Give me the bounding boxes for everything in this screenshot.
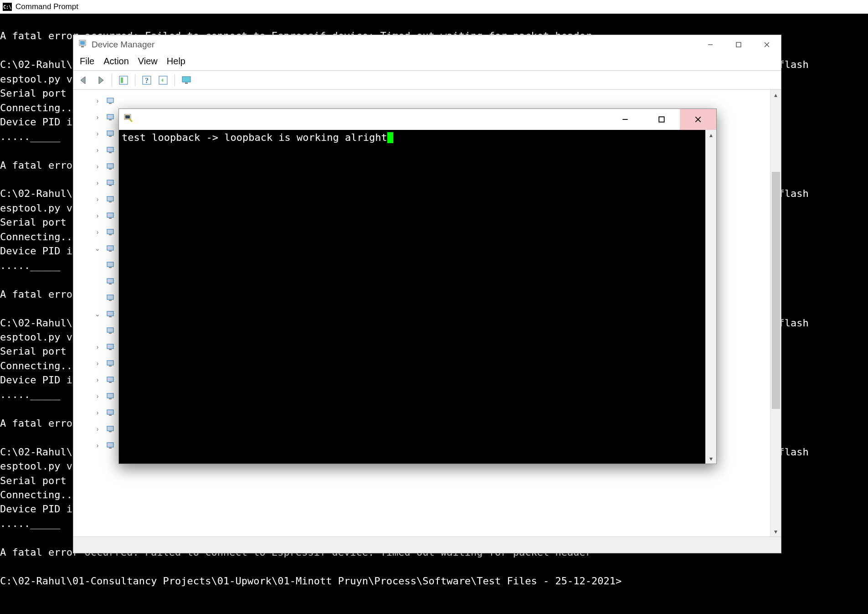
svg-rect-29 [109,218,112,219]
device-category-icon [105,145,115,155]
svg-rect-35 [109,267,112,268]
device-manager-titlebar[interactable]: Device Manager [73,35,781,54]
tree-chevron-icon[interactable]: ⌄ [93,245,102,252]
device-manager-scrollbar[interactable]: ▴ ▾ [770,90,781,537]
svg-rect-14 [107,98,113,103]
putty-titlebar[interactable]: COM8 - PuTTY [119,109,716,130]
toolbar-help-button[interactable]: ? [140,73,154,87]
device-category-icon [105,161,115,171]
tree-chevron-icon[interactable]: ⌄ [93,310,102,318]
tree-chevron-icon[interactable]: › [93,425,102,433]
svg-rect-57 [109,448,112,449]
tree-chevron-icon[interactable]: › [93,130,102,137]
svg-rect-12 [182,77,190,82]
device-category-icon [105,293,115,303]
scrollbar-down-arrow[interactable]: ▾ [774,526,777,537]
tree-chevron-icon[interactable]: › [93,343,102,351]
device-manager-icon [78,39,87,51]
tree-chevron-icon[interactable]: › [93,97,102,104]
svg-rect-55 [109,431,112,432]
scrollbar-thumb[interactable] [772,172,780,409]
device-category-icon [105,440,115,450]
tree-chevron-icon[interactable]: › [93,360,102,367]
svg-rect-1 [80,41,85,45]
svg-rect-49 [109,382,112,383]
putty-title: COM8 - PuTTY [137,114,206,125]
command-prompt-title: Command Prompt [15,2,78,11]
svg-rect-24 [107,180,113,185]
svg-rect-7 [119,76,128,84]
putty-close-button[interactable] [680,109,716,130]
device-category-icon [105,276,115,286]
svg-rect-48 [107,377,113,382]
command-prompt-titlebar[interactable]: C:\ Command Prompt [0,0,868,14]
svg-text:?: ? [145,77,149,84]
svg-rect-19 [109,136,112,137]
tree-chevron-icon[interactable]: › [93,196,102,203]
svg-rect-36 [107,279,113,283]
tree-chevron-icon[interactable]: › [93,114,102,121]
putty-terminal[interactable]: test loopback -> loopback is working alr… [119,130,705,464]
toolbar-monitor-button[interactable] [180,73,193,87]
putty-minimize-button[interactable] [607,109,643,130]
tree-chevron-icon[interactable]: › [93,146,102,154]
toolbar-show-hide-button[interactable] [117,73,130,87]
menu-view[interactable]: View [138,56,158,67]
svg-rect-34 [107,262,113,267]
putty-icon [123,113,134,126]
toolbar-back-button[interactable] [77,73,91,87]
toolbar-scan-hardware-button[interactable] [156,73,170,87]
svg-rect-38 [107,295,113,299]
toolbar-separator [135,74,135,86]
putty-scrollbar[interactable]: ▴ ▾ [705,130,716,464]
putty-maximize-button[interactable] [643,109,680,130]
device-category-icon [105,325,115,335]
scrollbar-up-arrow[interactable]: ▴ [774,90,777,100]
svg-rect-13 [185,83,188,84]
tree-chevron-icon[interactable]: › [93,179,102,186]
toolbar-separator [112,74,112,86]
device-category-icon [105,112,115,122]
tree-chevron-icon[interactable]: › [93,212,102,219]
svg-rect-27 [109,201,112,202]
close-button[interactable] [753,35,781,54]
device-category-icon [105,260,115,270]
maximize-button[interactable] [724,35,753,54]
terminal-cursor [387,132,393,143]
device-category-icon [105,129,115,139]
device-category-icon [105,211,115,221]
command-prompt-icon: C:\ [3,3,12,11]
tree-chevron-icon[interactable]: › [93,163,102,170]
tree-chevron-icon[interactable]: › [93,392,102,400]
svg-rect-22 [107,164,113,168]
svg-rect-20 [107,147,113,152]
svg-rect-51 [109,398,112,399]
svg-rect-17 [109,119,112,120]
tree-chevron-icon[interactable]: › [93,409,102,416]
svg-rect-44 [107,344,113,349]
putty-window: COM8 - PuTTY test loopback -> loopback i… [118,108,717,464]
svg-rect-45 [109,349,112,350]
device-category-icon [105,358,115,368]
svg-rect-46 [107,361,113,365]
svg-rect-41 [109,316,112,317]
tree-chevron-icon[interactable]: › [93,442,102,449]
tree-row[interactable]: › [92,93,770,109]
tree-chevron-icon[interactable]: › [93,376,102,383]
svg-rect-37 [109,284,112,284]
toolbar-separator [175,74,175,86]
tree-chevron-icon[interactable]: › [93,228,102,236]
device-manager-menubar: File Action View Help [73,54,781,71]
menu-help[interactable]: Help [167,56,185,67]
toolbar-forward-button[interactable] [93,73,107,87]
putty-scrollbar-up-arrow[interactable]: ▴ [709,130,713,140]
putty-scrollbar-down-arrow[interactable]: ▾ [709,454,713,464]
device-category-icon [105,178,115,188]
menu-action[interactable]: Action [103,56,129,67]
menu-file[interactable]: File [80,56,94,67]
svg-rect-52 [107,410,113,414]
svg-rect-2 [81,46,84,47]
minimize-button[interactable] [696,35,724,54]
device-manager-toolbar: ? [73,71,781,90]
svg-rect-59 [125,115,130,119]
